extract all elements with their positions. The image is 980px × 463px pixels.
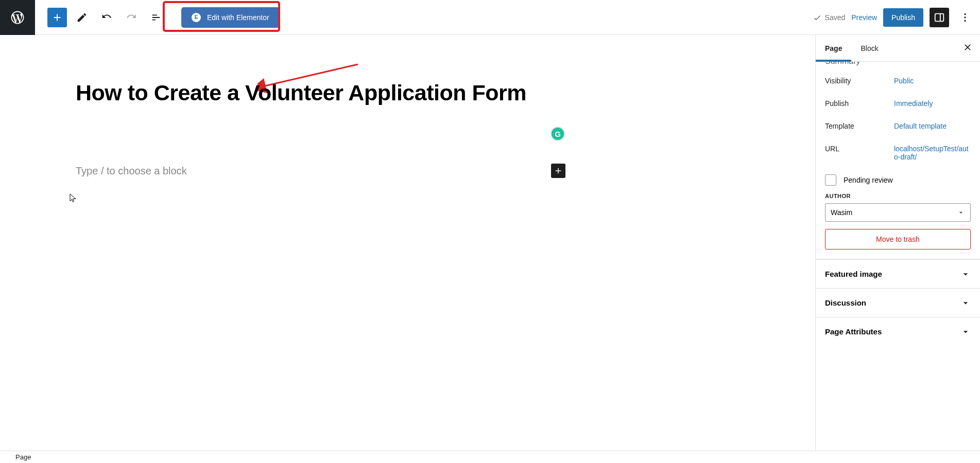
toolbar-right-group: Saved Preview Publish bbox=[813, 0, 980, 35]
wordpress-icon bbox=[10, 10, 25, 25]
chevron-down-icon bbox=[957, 208, 965, 217]
elementor-label: Edit with Elementor bbox=[207, 13, 269, 22]
tab-block[interactable]: Block bbox=[851, 35, 887, 61]
block-placeholder-text[interactable]: Type / to choose a block bbox=[76, 165, 187, 177]
close-icon bbox=[962, 42, 973, 52]
move-to-trash-button[interactable]: Move to trash bbox=[825, 229, 971, 250]
page-attributes-panel[interactable]: Page Attributes bbox=[816, 317, 980, 346]
wordpress-logo[interactable] bbox=[0, 0, 35, 35]
settings-sidebar-toggle[interactable] bbox=[930, 8, 949, 27]
page-attributes-label: Page Attributes bbox=[825, 327, 882, 336]
redo-button[interactable] bbox=[122, 8, 141, 27]
redo-icon bbox=[126, 12, 137, 23]
settings-sidebar: Page Block Summary Visibility Public Pub… bbox=[815, 35, 980, 451]
list-icon bbox=[150, 12, 162, 23]
preview-link[interactable]: Preview bbox=[851, 13, 877, 22]
top-toolbar: E Edit with Elementor Saved Preview Publ… bbox=[0, 0, 980, 35]
footer-breadcrumb[interactable]: Page bbox=[15, 453, 31, 461]
summary-panel-header[interactable]: Summary bbox=[825, 62, 971, 69]
document-overview-button[interactable] bbox=[146, 8, 166, 27]
svg-point-3 bbox=[964, 16, 966, 18]
pending-review-label: Pending review bbox=[844, 176, 893, 184]
featured-image-panel[interactable]: Featured image bbox=[816, 259, 980, 288]
pending-review-checkbox[interactable] bbox=[825, 174, 836, 186]
publish-button[interactable]: Publish bbox=[883, 8, 923, 27]
visibility-label: Visibility bbox=[825, 77, 894, 85]
visibility-value[interactable]: Public bbox=[894, 77, 971, 85]
publish-value[interactable]: Immediately bbox=[894, 99, 971, 108]
template-value[interactable]: Default template bbox=[894, 122, 971, 130]
sidebar-icon bbox=[934, 12, 945, 23]
toolbar-left-group: E Edit with Elementor bbox=[35, 7, 280, 28]
check-icon bbox=[813, 13, 822, 22]
undo-icon bbox=[101, 12, 112, 23]
url-label: URL bbox=[825, 145, 894, 161]
featured-image-label: Featured image bbox=[825, 270, 882, 278]
add-block-inline-button[interactable] bbox=[551, 164, 565, 178]
mouse-cursor-icon bbox=[70, 193, 77, 203]
tools-button[interactable] bbox=[72, 8, 92, 27]
edit-with-elementor-button[interactable]: E Edit with Elementor bbox=[181, 7, 280, 28]
plus-icon bbox=[554, 166, 563, 175]
author-select[interactable]: Wasim bbox=[825, 203, 971, 222]
publish-label: Publish bbox=[825, 99, 894, 108]
svg-point-2 bbox=[964, 13, 966, 14]
more-options-button[interactable] bbox=[955, 8, 975, 27]
dots-vertical-icon bbox=[959, 12, 971, 23]
svg-rect-0 bbox=[935, 13, 944, 21]
saved-label: Saved bbox=[825, 13, 846, 22]
svg-point-4 bbox=[964, 20, 966, 21]
editor-footer: Page bbox=[0, 451, 980, 463]
sidebar-tabs: Page Block bbox=[816, 35, 980, 62]
discussion-panel[interactable]: Discussion bbox=[816, 288, 980, 317]
elementor-icon: E bbox=[192, 13, 201, 22]
url-value[interactable]: localhost/SetupTest/auto-draft/ bbox=[894, 145, 971, 161]
saved-indicator: Saved bbox=[813, 13, 846, 22]
chevron-down-icon bbox=[960, 298, 971, 308]
plus-icon bbox=[51, 12, 63, 23]
close-sidebar-button[interactable] bbox=[962, 42, 973, 55]
editor-canvas[interactable]: How to Create a Volunteer Application Fo… bbox=[0, 35, 815, 451]
chevron-down-icon bbox=[960, 327, 971, 337]
grammarly-badge[interactable]: G bbox=[551, 127, 565, 141]
author-selected-value: Wasim bbox=[831, 208, 852, 217]
add-block-button[interactable] bbox=[47, 8, 67, 27]
pencil-icon bbox=[76, 12, 88, 23]
undo-button[interactable] bbox=[97, 8, 116, 27]
tab-page[interactable]: Page bbox=[816, 35, 851, 61]
chevron-down-icon bbox=[960, 269, 971, 279]
discussion-label: Discussion bbox=[825, 298, 866, 307]
author-section-label: AUTHOR bbox=[825, 193, 971, 203]
page-title-input[interactable]: How to Create a Volunteer Application Fo… bbox=[76, 80, 526, 105]
template-label: Template bbox=[825, 122, 894, 130]
